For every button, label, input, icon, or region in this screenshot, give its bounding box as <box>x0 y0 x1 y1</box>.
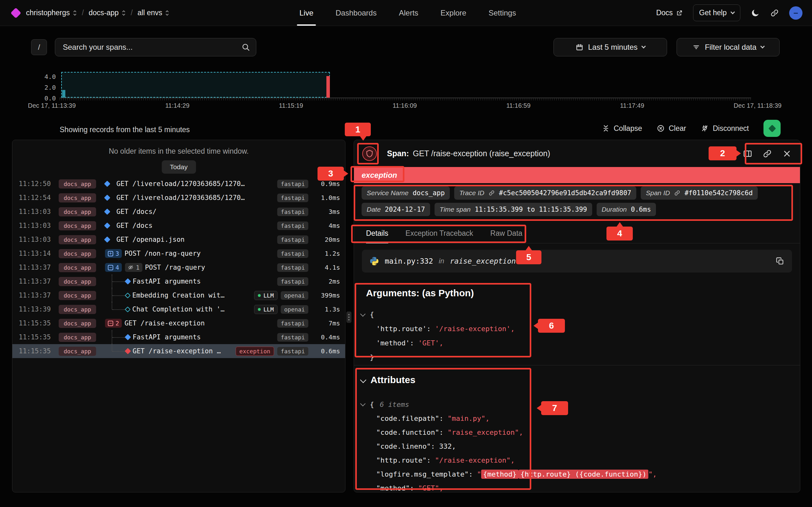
time-range-button[interactable]: Last 5 minutes <box>554 38 667 56</box>
service-badge: docs_app <box>59 263 96 272</box>
span-diamond-outline-icon <box>125 292 131 298</box>
span-row[interactable]: 11:13:37 docs_app FastAPI arguments fast… <box>12 274 345 288</box>
tag-fastapi: fastapi <box>277 193 308 202</box>
tree-connector <box>112 337 125 338</box>
collapse-chevron-icon[interactable] <box>360 311 366 317</box>
docs-link[interactable]: Docs <box>656 9 683 17</box>
tag-fastapi: fastapi <box>277 208 308 216</box>
logfire-logo-icon[interactable] <box>10 8 21 18</box>
panel-resize-handle[interactable] <box>346 312 351 323</box>
connection-status-button[interactable] <box>763 120 780 137</box>
dark-mode-icon[interactable] <box>751 8 760 18</box>
tab-settings[interactable]: Settings <box>489 0 516 26</box>
span-diamond-icon <box>104 181 110 187</box>
tree-connector <box>112 295 125 296</box>
detail-title-prefix: Span: <box>387 149 409 158</box>
unfold-icon <box>121 9 126 16</box>
tag-fastapi: fastapi <box>277 235 308 244</box>
tree-connector <box>112 344 112 351</box>
collapse-chevron-icon[interactable] <box>360 377 366 383</box>
exception-diamond-icon <box>125 348 131 354</box>
diamond-icon <box>768 124 776 132</box>
timeline-chart[interactable] <box>60 72 751 98</box>
collapse-chevron-icon[interactable] <box>360 401 366 406</box>
tag-fastapi: fastapi <box>277 319 308 328</box>
hidden-spans-badge[interactable]: 1 <box>125 263 142 272</box>
tab-dashboards[interactable]: Dashboards <box>336 0 376 26</box>
chart-selection-window[interactable] <box>61 72 330 98</box>
tab-exception-traceback[interactable]: Exception Traceback <box>405 229 473 243</box>
span-name: Embedding Creation wit… <box>132 291 224 299</box>
breadcrumb-separator: / <box>131 9 133 17</box>
disconnect-label: Disconnect <box>713 124 749 133</box>
span-row[interactable]: 11:13:39 docs_app Chat Completion with '… <box>12 302 345 316</box>
day-separator: Today <box>161 160 196 174</box>
span-type-icon <box>105 288 130 302</box>
y-tick: 2.0 <box>19 83 56 91</box>
tab-details[interactable]: Details <box>366 229 388 243</box>
children-count: 4 <box>115 264 119 271</box>
filter-button[interactable]: Filter local data <box>676 38 780 56</box>
children-count-badge[interactable]: −4 <box>105 263 122 272</box>
span-row[interactable]: 11:13:03 docs_app GET /docs/ fastapi 3ms <box>12 205 345 219</box>
span-row[interactable]: 11:13:14 docs_app +3 POST /non-rag-query… <box>12 246 345 261</box>
code-line: "code.filepath":"main.py", <box>360 411 657 425</box>
close-icon[interactable] <box>782 149 792 158</box>
span-row[interactable]: 11:13:37 docs_app −4 1 POST /rag-query f… <box>12 261 345 274</box>
span-tags: fastapi <box>277 235 308 244</box>
span-id-chip[interactable]: Span ID#f0110e542c798c6d <box>641 186 758 200</box>
span-row-selected[interactable]: 11:15:35 docs_app GET /raise-exception …… <box>12 344 345 358</box>
span-time: 11:13:37 <box>19 264 59 271</box>
span-duration: 1.2s <box>308 250 340 257</box>
copy-link-icon[interactable] <box>763 149 772 158</box>
span-row[interactable]: 11:15:35 docs_app FastAPI arguments fast… <box>12 330 345 344</box>
trace-id-chip[interactable]: Trace ID#c5ec5005042796e91d5db42ca9fd980… <box>454 186 636 200</box>
children-count-badge[interactable]: +3 <box>105 249 122 258</box>
tag-fastapi: fastapi <box>277 277 308 286</box>
span-tags: fastapi <box>277 180 308 188</box>
search-shortcut-key[interactable]: / <box>31 39 47 55</box>
external-link-icon <box>676 9 683 16</box>
search-input[interactable] <box>55 43 241 52</box>
span-row[interactable]: 11:12:50 docs_app GET /livereload/127036… <box>12 177 345 191</box>
breadcrumb: christophergs / docs-app / all envs <box>9 0 169 26</box>
breadcrumb-env[interactable]: all envs <box>137 9 169 17</box>
toggle-panel-icon[interactable] <box>743 149 752 158</box>
span-name: GET /raise-exception … <box>133 347 221 355</box>
get-help-button[interactable]: Get help <box>693 4 740 21</box>
span-duration: 20ms <box>308 236 340 243</box>
span-duration: 0.9ms <box>308 180 340 187</box>
tab-raw-data[interactable]: Raw Data <box>490 229 522 243</box>
code-line: "code.lineno":332, <box>360 439 657 453</box>
calendar-icon <box>575 43 583 51</box>
span-row[interactable]: 11:15:35 docs_app −2 GET /raise-exceptio… <box>12 316 345 330</box>
span-name: GET /livereload/1270363685/1270… <box>116 194 245 202</box>
error-children-count-badge[interactable]: −2 <box>105 319 122 328</box>
clear-label: Clear <box>669 124 686 133</box>
span-time: 11:15:35 <box>19 333 59 341</box>
span-row[interactable]: 11:13:03 docs_app GET /openapi.json fast… <box>12 233 345 246</box>
span-row[interactable]: 11:13:03 docs_app GET /docs fastapi 4ms <box>12 219 345 233</box>
span-duration: 0.4ms <box>308 333 340 341</box>
span-duration: 399ms <box>308 291 340 299</box>
tag-llm: LLM <box>254 291 277 300</box>
clear-button[interactable]: Clear <box>657 124 686 133</box>
service-badge: docs_app <box>59 221 96 230</box>
breadcrumb-project[interactable]: docs-app <box>89 9 126 17</box>
span-type-icon <box>105 344 130 358</box>
share-link-icon[interactable] <box>770 9 779 17</box>
span-row[interactable]: 11:13:37 docs_app Embedding Creation wit… <box>12 288 345 302</box>
span-list-panel: No older items in the selected time wind… <box>12 140 345 493</box>
tab-explore[interactable]: Explore <box>441 0 466 26</box>
collapse-button[interactable]: Collapse <box>602 124 642 133</box>
tab-alerts[interactable]: Alerts <box>399 0 418 26</box>
span-rows: 11:12:50 docs_app GET /livereload/127036… <box>12 177 345 358</box>
duration-chip: Duration0.6ms <box>597 203 656 216</box>
breadcrumb-org[interactable]: christophergs <box>26 9 77 17</box>
span-row[interactable]: 11:12:54 docs_app GET /livereload/127036… <box>12 191 345 205</box>
avatar[interactable]: – <box>789 6 803 20</box>
disconnect-button[interactable]: Disconnect <box>701 124 749 133</box>
copy-icon[interactable] <box>775 257 784 266</box>
code-line: 'method':'GET', <box>360 336 515 350</box>
tab-live[interactable]: Live <box>299 0 313 26</box>
